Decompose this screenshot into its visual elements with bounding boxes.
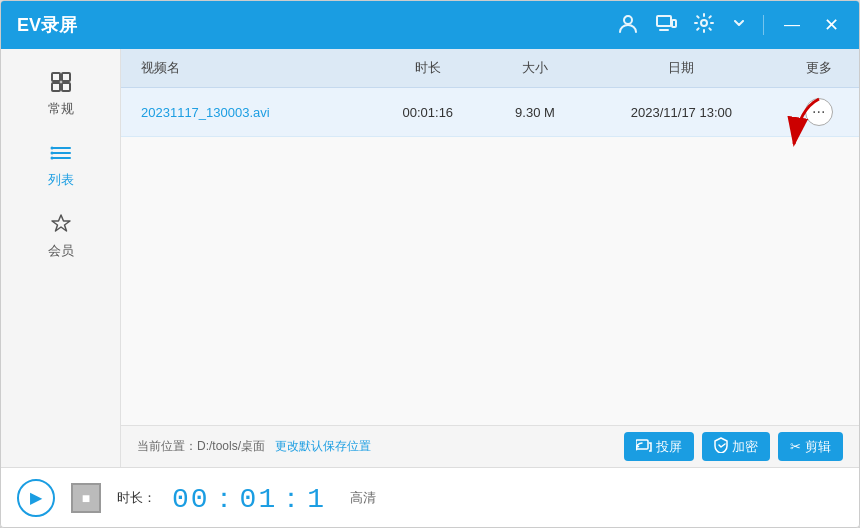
sidebar-item-list-label: 列表	[48, 171, 74, 189]
svg-point-12	[50, 152, 53, 155]
sidebar-item-member[interactable]: 会员	[1, 201, 120, 272]
svg-rect-2	[672, 20, 676, 27]
content-area: 视频名 时长 大小 日期 更多 20231117_130003.avi 00:0…	[121, 49, 859, 467]
svg-rect-4	[52, 73, 60, 81]
sidebar-item-general-label: 常规	[48, 100, 74, 118]
svg-rect-6	[52, 83, 60, 91]
sidebar-item-member-label: 会员	[48, 242, 74, 260]
svg-point-16	[636, 448, 638, 451]
svg-rect-1	[657, 16, 671, 26]
app-window: EV录屏	[0, 0, 860, 528]
close-button[interactable]: ✕	[820, 12, 843, 38]
minimize-button[interactable]: —	[780, 14, 804, 36]
bottom-actions: 投屏 加密 ✂ 剪辑	[624, 432, 843, 461]
path-info: 当前位置：D:/tools/桌面 更改默认保存位置	[137, 438, 371, 455]
cell-filename[interactable]: 20231117_130003.avi	[121, 88, 370, 137]
title-bar-controls: — ✕	[617, 12, 843, 39]
svg-point-13	[50, 157, 53, 160]
table-wrapper: 视频名 时长 大小 日期 更多 20231117_130003.avi 00:0…	[121, 49, 859, 425]
stop-icon: ■	[82, 490, 90, 506]
user-icon[interactable]	[617, 12, 639, 39]
svg-rect-7	[62, 83, 70, 91]
path-label: 当前位置：D:/tools/桌面	[137, 439, 265, 453]
encrypt-label: 加密	[732, 438, 758, 456]
col-filename: 视频名	[121, 49, 370, 88]
more-button[interactable]: ···	[805, 98, 833, 126]
encrypt-icon	[714, 437, 728, 456]
play-icon: ▶	[30, 488, 42, 507]
stop-button[interactable]: ■	[71, 483, 101, 513]
col-duration: 时长	[370, 49, 486, 88]
sidebar-item-list[interactable]: 列表	[1, 130, 120, 201]
cell-more: ···	[778, 88, 859, 137]
quality-label: 高清	[350, 489, 376, 507]
play-button[interactable]: ▶	[17, 479, 55, 517]
list-icon	[50, 142, 72, 167]
general-icon	[50, 71, 72, 96]
playback-bar: ▶ ■ 时长： 00：01：1 高清	[1, 467, 859, 527]
encrypt-button[interactable]: 加密	[702, 432, 770, 461]
col-more: 更多	[778, 49, 859, 88]
svg-rect-5	[62, 73, 70, 81]
svg-point-0	[624, 16, 632, 24]
cut-button[interactable]: ✂ 剪辑	[778, 432, 843, 461]
change-path-link[interactable]: 更改默认保存位置	[275, 439, 371, 453]
cell-duration: 00:01:16	[370, 88, 486, 137]
svg-point-11	[50, 147, 53, 150]
col-date: 日期	[584, 49, 778, 88]
cell-date: 2023/11/17 13:00	[584, 88, 778, 137]
svg-point-3	[701, 20, 707, 26]
cut-label: 剪辑	[805, 438, 831, 456]
title-bar: EV录屏	[1, 1, 859, 49]
cast-icon	[636, 438, 652, 455]
cast-label: 投屏	[656, 438, 682, 456]
time-display: 00：01：1	[172, 479, 326, 517]
device-icon[interactable]	[655, 12, 677, 39]
table-header: 视频名 时长 大小 日期 更多	[121, 49, 859, 88]
cut-icon: ✂	[790, 439, 801, 454]
dropdown-icon[interactable]	[731, 15, 747, 36]
sidebar: 常规 列表	[1, 49, 121, 467]
file-table: 视频名 时长 大小 日期 更多 20231117_130003.avi 00:0…	[121, 49, 859, 137]
main-layout: 常规 列表	[1, 49, 859, 467]
app-title: EV录屏	[17, 13, 617, 37]
duration-label: 时长：	[117, 489, 156, 507]
table-body: 20231117_130003.avi 00:01:16 9.30 M 2023…	[121, 88, 859, 137]
bottom-bar: 当前位置：D:/tools/桌面 更改默认保存位置	[121, 425, 859, 467]
settings-icon[interactable]	[693, 12, 715, 39]
cast-button[interactable]: 投屏	[624, 432, 694, 461]
sidebar-item-general[interactable]: 常规	[1, 59, 120, 130]
table-row: 20231117_130003.avi 00:01:16 9.30 M 2023…	[121, 88, 859, 137]
col-size: 大小	[486, 49, 585, 88]
cell-size: 9.30 M	[486, 88, 585, 137]
separator	[763, 15, 764, 35]
member-icon	[50, 213, 72, 238]
